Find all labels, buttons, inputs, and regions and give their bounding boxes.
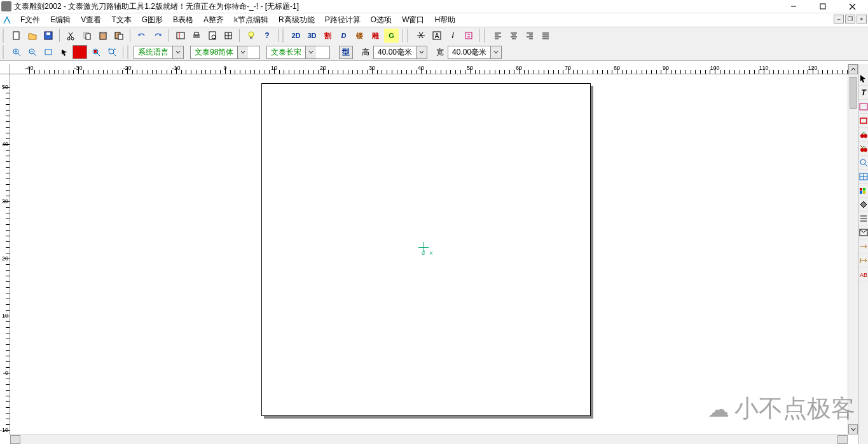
horizontal-ruler: -40-30-20-100102030405060708090100110120 [10,64,848,74]
canvas-area[interactable]: d x [10,74,848,434]
menu-item[interactable]: V查看 [76,13,106,27]
scroll-up-button[interactable] [848,64,858,74]
layout-button[interactable] [221,29,235,43]
zoom-tool-button[interactable] [858,156,868,170]
scroll-right-button[interactable] [837,435,848,444]
svg-text:A: A [434,32,439,39]
menu-item[interactable]: P路径计算 [320,13,366,27]
help-button[interactable]: ? [259,29,274,43]
redo-button[interactable] [150,29,165,43]
paste-special-button[interactable] [111,29,126,43]
color-swatch-button[interactable] [72,45,87,59]
menu-item[interactable]: H帮助 [429,13,460,27]
scroll-thumb[interactable] [850,77,857,109]
print-preview-button[interactable] [205,29,219,43]
layer-tool-button[interactable] [858,225,868,239]
menu-item[interactable]: A整齐 [198,13,229,27]
font2-select[interactable]: 文泰长宋 [266,46,330,59]
menu-item[interactable]: R高级功能 [273,13,320,27]
dropdown-arrow-icon[interactable] [490,46,501,58]
open-file-button[interactable] [25,29,39,43]
tips-button[interactable] [244,29,258,43]
grid-tool-button[interactable] [858,170,868,184]
align-justify-button[interactable] [538,29,553,43]
mode-g-button[interactable]: G [384,29,399,43]
minimize-button[interactable] [779,0,808,13]
ab-tool-button[interactable]: AB [858,267,868,281]
mode-ya-button[interactable]: 镂 [352,29,367,43]
mdi-controls: – ❐ × [834,15,867,24]
menu-item[interactable]: k节点编辑 [229,13,273,27]
tool-a-button[interactable] [173,29,188,43]
scroll-left-button[interactable] [10,435,20,444]
dropdown-arrow-icon[interactable] [416,46,427,58]
text-tool-button[interactable]: T [858,86,868,100]
language-select[interactable]: 系统语言 [134,46,184,59]
horizontal-scrollbar[interactable] [10,434,848,444]
menu-item[interactable]: G图形 [137,13,168,27]
h1-tool-button[interactable] [858,239,868,253]
svg-rect-78 [863,188,865,191]
format-button[interactable] [461,29,476,43]
zoom-page-button[interactable] [41,45,55,59]
italic-button[interactable]: I [445,29,460,43]
menu-item[interactable]: W窗口 [397,13,429,27]
palette-tool-button[interactable] [858,184,868,198]
h2-tool-button[interactable] [858,253,868,267]
svg-point-62 [109,49,114,54]
scroll-down-button[interactable] [848,424,858,434]
menu-item[interactable]: E编辑 [45,13,76,27]
font1-select[interactable]: 文泰98简体 [190,46,260,59]
frame-tool-button[interactable] [858,100,868,114]
cherry2-tool-button[interactable] [858,142,868,156]
vertical-scrollbar[interactable] [848,64,858,434]
close-button[interactable] [837,0,867,13]
mdi-close[interactable]: × [857,15,867,24]
new-file-button[interactable] [9,29,24,43]
mdi-restore[interactable]: ❐ [845,15,855,24]
paste-button[interactable] [95,29,110,43]
menu-item[interactable]: F文件 [15,13,45,27]
undo-button[interactable] [134,29,149,43]
type-button[interactable]: 型 [339,46,353,59]
menu-item[interactable]: O选项 [366,13,397,27]
print-button[interactable] [189,29,203,43]
width-input[interactable]: 40.00毫米 [448,46,502,59]
align-center-button[interactable] [506,29,521,43]
mode-d-button[interactable]: D [336,29,351,43]
page[interactable] [261,83,591,416]
zoom-in-button[interactable] [9,45,24,59]
box-a-button[interactable]: A [429,29,444,43]
rect-tool-button[interactable] [858,114,868,128]
svg-line-56 [34,53,36,56]
zoom-all-button[interactable] [104,45,119,59]
align-tool-button[interactable] [858,212,868,225]
maximize-button[interactable] [808,0,837,13]
zoom-out-button[interactable] [25,45,39,59]
mode-ge-button[interactable]: 割 [320,29,335,43]
mode-diao-button[interactable]: 雕 [368,29,383,43]
dropdown-arrow-icon[interactable] [172,46,183,58]
fill-tool-button[interactable] [858,198,868,212]
height-input[interactable]: 40.00毫米 [373,46,427,59]
save-button[interactable] [41,29,55,43]
cherry1-tool-button[interactable] [858,128,868,142]
mdi-minimize[interactable]: – [834,15,844,24]
cut-button[interactable] [64,29,78,43]
align-right-button[interactable] [522,29,537,43]
zoom-fit-button[interactable] [88,45,103,59]
mode-2d-button[interactable]: 2D [289,29,303,43]
pointer-tool-button[interactable] [858,72,868,86]
svg-rect-18 [195,32,198,35]
svg-rect-25 [250,37,252,39]
strike-button[interactable]: X [413,29,428,43]
align-left-button[interactable] [490,29,505,43]
menu-item[interactable]: B表格 [168,13,198,27]
copy-button[interactable] [79,29,94,43]
dropdown-arrow-icon[interactable] [305,46,316,58]
mode-3d-button[interactable]: 3D [305,29,319,43]
svg-rect-4 [13,32,19,39]
zoom-arrow-button[interactable] [57,45,71,59]
dropdown-arrow-icon[interactable] [237,46,248,58]
menu-item[interactable]: T文本 [106,13,136,27]
